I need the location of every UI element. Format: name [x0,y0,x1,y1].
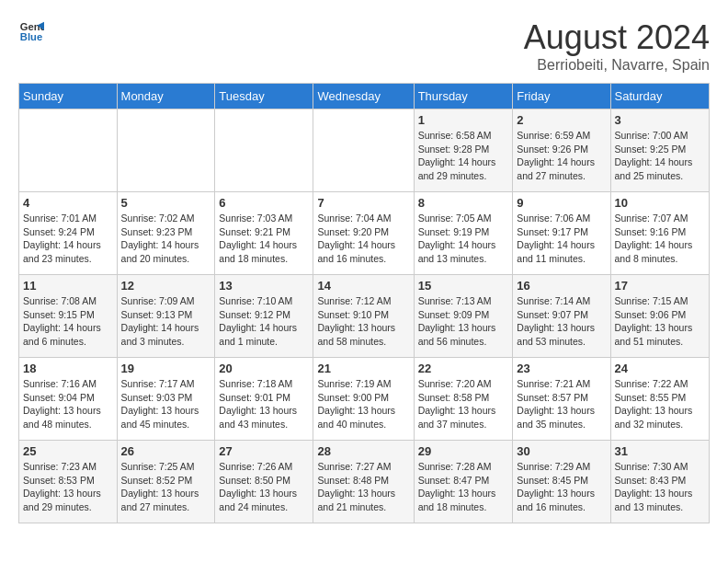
day-info: Sunrise: 7:06 AMSunset: 9:17 PMDaylight:… [517,212,606,266]
day-info: Sunrise: 7:15 AMSunset: 9:06 PMDaylight:… [615,294,705,349]
logo-icon: General Blue [18,18,44,44]
day-info: Sunrise: 7:19 AMSunset: 9:00 PMDaylight:… [317,377,409,431]
day-info: Sunrise: 7:29 AMSunset: 8:45 PMDaylight:… [517,460,606,514]
day-number: 3 [615,113,705,127]
day-cell: 23Sunrise: 7:21 AMSunset: 8:57 PMDayligh… [513,358,610,441]
day-info: Sunrise: 6:58 AMSunset: 9:28 PMDaylight:… [418,129,509,183]
day-info: Sunrise: 7:07 AMSunset: 9:16 PMDaylight:… [615,212,705,266]
day-cell: 18Sunrise: 7:16 AMSunset: 9:04 PMDayligh… [19,358,118,441]
day-cell: 6Sunrise: 7:03 AMSunset: 9:21 PMDaylight… [215,192,313,275]
week-row-3: 11Sunrise: 7:08 AMSunset: 9:15 PMDayligh… [19,275,710,358]
day-cell: 9Sunrise: 7:06 AMSunset: 9:17 PMDaylight… [513,192,610,275]
logo: General Blue [18,18,44,44]
day-cell: 10Sunrise: 7:07 AMSunset: 9:16 PMDayligh… [610,192,709,275]
day-info: Sunrise: 7:23 AMSunset: 8:53 PMDaylight:… [23,460,113,514]
day-number: 13 [219,279,309,293]
weekday-friday: Friday [513,84,610,109]
day-info: Sunrise: 7:26 AMSunset: 8:50 PMDaylight:… [219,460,309,514]
day-info: Sunrise: 7:27 AMSunset: 8:48 PMDaylight:… [317,460,409,514]
day-info: Sunrise: 7:14 AMSunset: 9:07 PMDaylight:… [517,294,606,349]
weekday-monday: Monday [117,84,215,109]
day-cell: 11Sunrise: 7:08 AMSunset: 9:15 PMDayligh… [19,275,118,358]
day-info: Sunrise: 7:03 AMSunset: 9:21 PMDaylight:… [219,212,309,266]
day-info: Sunrise: 7:30 AMSunset: 8:43 PMDaylight:… [615,460,705,514]
day-number: 12 [121,279,211,293]
day-cell: 7Sunrise: 7:04 AMSunset: 9:20 PMDaylight… [313,192,414,275]
day-cell: 14Sunrise: 7:12 AMSunset: 9:10 PMDayligh… [313,275,414,358]
day-info: Sunrise: 6:59 AMSunset: 9:26 PMDaylight:… [517,129,606,183]
svg-text:Blue: Blue [20,31,42,42]
day-cell: 1Sunrise: 6:58 AMSunset: 9:28 PMDaylight… [414,109,513,192]
day-number: 5 [121,196,211,210]
day-cell: 12Sunrise: 7:09 AMSunset: 9:13 PMDayligh… [117,275,215,358]
weekday-saturday: Saturday [610,84,709,109]
day-info: Sunrise: 7:10 AMSunset: 9:12 PMDaylight:… [219,294,309,349]
day-info: Sunrise: 7:21 AMSunset: 8:57 PMDaylight:… [517,377,606,431]
day-number: 6 [219,196,309,210]
day-number: 24 [615,362,705,375]
day-number: 22 [418,362,509,375]
page-header: General Blue August 2024 Berriobeiti, Na… [18,18,710,74]
day-number: 11 [23,279,113,293]
weekday-header-row: SundayMondayTuesdayWednesdayThursdayFrid… [19,84,710,109]
day-cell: 25Sunrise: 7:23 AMSunset: 8:53 PMDayligh… [19,441,118,523]
day-number: 27 [219,444,309,458]
day-number: 20 [219,362,309,375]
day-cell: 15Sunrise: 7:13 AMSunset: 9:09 PMDayligh… [414,275,513,358]
day-number: 30 [517,444,606,458]
day-number: 4 [23,196,113,210]
day-cell [19,109,118,192]
day-info: Sunrise: 7:00 AMSunset: 9:25 PMDaylight:… [615,129,705,183]
day-cell: 22Sunrise: 7:20 AMSunset: 8:58 PMDayligh… [414,358,513,441]
day-cell: 8Sunrise: 7:05 AMSunset: 9:19 PMDaylight… [414,192,513,275]
calendar-table: SundayMondayTuesdayWednesdayThursdayFrid… [18,83,710,523]
day-info: Sunrise: 7:09 AMSunset: 9:13 PMDaylight:… [121,294,211,349]
weekday-thursday: Thursday [414,84,513,109]
day-info: Sunrise: 7:17 AMSunset: 9:03 PMDaylight:… [121,377,211,431]
day-number: 25 [23,444,113,458]
day-number: 9 [517,196,606,210]
week-row-5: 25Sunrise: 7:23 AMSunset: 8:53 PMDayligh… [19,441,710,523]
day-number: 1 [418,113,509,127]
day-cell: 5Sunrise: 7:02 AMSunset: 9:23 PMDaylight… [117,192,215,275]
day-cell: 31Sunrise: 7:30 AMSunset: 8:43 PMDayligh… [610,441,709,523]
week-row-4: 18Sunrise: 7:16 AMSunset: 9:04 PMDayligh… [19,358,710,441]
day-info: Sunrise: 7:01 AMSunset: 9:24 PMDaylight:… [23,212,113,266]
day-info: Sunrise: 7:02 AMSunset: 9:23 PMDaylight:… [121,212,211,266]
day-number: 26 [121,444,211,458]
day-number: 28 [317,444,409,458]
day-cell: 2Sunrise: 6:59 AMSunset: 9:26 PMDaylight… [513,109,610,192]
title-block: August 2024 Berriobeiti, Navarre, Spain [524,18,710,74]
day-info: Sunrise: 7:22 AMSunset: 8:55 PMDaylight:… [615,377,705,431]
day-number: 14 [317,279,409,293]
weekday-tuesday: Tuesday [215,84,313,109]
day-info: Sunrise: 7:05 AMSunset: 9:19 PMDaylight:… [418,212,509,266]
day-info: Sunrise: 7:16 AMSunset: 9:04 PMDaylight:… [23,377,113,431]
weekday-sunday: Sunday [19,84,118,109]
week-row-1: 1Sunrise: 6:58 AMSunset: 9:28 PMDaylight… [19,109,710,192]
day-cell: 26Sunrise: 7:25 AMSunset: 8:52 PMDayligh… [117,441,215,523]
day-info: Sunrise: 7:20 AMSunset: 8:58 PMDaylight:… [418,377,509,431]
day-number: 29 [418,444,509,458]
month-year: August 2024 [524,18,710,57]
day-cell: 19Sunrise: 7:17 AMSunset: 9:03 PMDayligh… [117,358,215,441]
day-info: Sunrise: 7:25 AMSunset: 8:52 PMDaylight:… [121,460,211,514]
day-number: 15 [418,279,509,293]
day-cell: 21Sunrise: 7:19 AMSunset: 9:00 PMDayligh… [313,358,414,441]
day-info: Sunrise: 7:18 AMSunset: 9:01 PMDaylight:… [219,377,309,431]
day-number: 7 [317,196,409,210]
day-number: 19 [121,362,211,375]
day-cell: 27Sunrise: 7:26 AMSunset: 8:50 PMDayligh… [215,441,313,523]
day-info: Sunrise: 7:08 AMSunset: 9:15 PMDaylight:… [23,294,113,349]
day-number: 21 [317,362,409,375]
day-cell: 16Sunrise: 7:14 AMSunset: 9:07 PMDayligh… [513,275,610,358]
day-cell [215,109,313,192]
day-cell: 3Sunrise: 7:00 AMSunset: 9:25 PMDaylight… [610,109,709,192]
day-info: Sunrise: 7:12 AMSunset: 9:10 PMDaylight:… [317,294,409,349]
day-number: 8 [418,196,509,210]
day-number: 23 [517,362,606,375]
day-number: 31 [615,444,705,458]
day-cell: 28Sunrise: 7:27 AMSunset: 8:48 PMDayligh… [313,441,414,523]
day-cell: 29Sunrise: 7:28 AMSunset: 8:47 PMDayligh… [414,441,513,523]
day-number: 10 [615,196,705,210]
